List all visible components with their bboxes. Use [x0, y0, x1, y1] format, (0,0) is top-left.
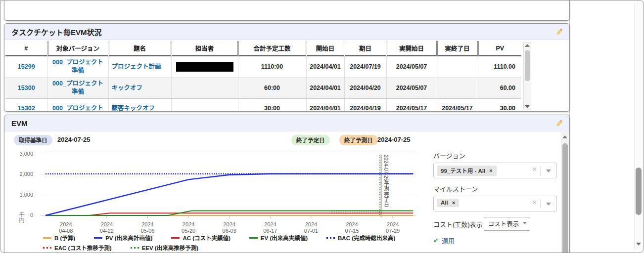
- apply-row: ✔ 適用: [433, 236, 557, 245]
- cost-display-value: コスト表示: [488, 221, 519, 228]
- legend-label: EEV (出来高推移予測): [142, 244, 198, 252]
- select-divider: [540, 199, 541, 208]
- baseline-date-value: 2024-07-25: [57, 136, 91, 143]
- previous-section-panel: [4, 0, 570, 21]
- milestone-multiselect[interactable]: All × ×: [433, 196, 557, 211]
- version-link[interactable]: 000_プロジェクト準備: [52, 59, 103, 74]
- legend-item: EEV (出来高推移予測): [131, 244, 198, 252]
- col-id: #: [5, 41, 47, 56]
- x-tick-label: 2024 07-01: [296, 221, 326, 234]
- redacted-assignee: [176, 62, 233, 72]
- start-date-cell: 2024/04/01: [306, 56, 344, 78]
- remove-tag-icon[interactable]: ×: [452, 200, 456, 206]
- chevron-down-icon: [523, 222, 527, 224]
- actual-end-cell: 2024/05/17: [437, 98, 478, 112]
- edit-pencil-icon[interactable]: [555, 119, 563, 127]
- milestone-tag-chip: All ×: [437, 199, 459, 207]
- legend-swatch: [43, 247, 51, 249]
- y-tick-label: 2,000: [9, 171, 33, 177]
- col-planned-hours: 合計予定工数: [238, 41, 306, 56]
- subject-link[interactable]: キックオフ: [112, 84, 143, 91]
- col-start-date: 開始日: [306, 41, 344, 56]
- actual-start-cell: 2024/05/17: [386, 98, 437, 112]
- scrollbar-thumb[interactable]: [562, 143, 568, 253]
- ticket-id-link[interactable]: 15299: [18, 63, 35, 70]
- chart-legend: B (予算)PV (出来高計画値)AC (コスト実績値)EV (出来高実績値)B…: [43, 234, 434, 253]
- x-tick-label: 2024 07-29: [378, 221, 408, 234]
- legend-item: B (予算): [43, 234, 75, 242]
- browser-scrollbar[interactable]: [634, 3, 643, 250]
- y-tick-label: 0: [9, 212, 33, 218]
- x-tick-label: 2024 05-20: [174, 221, 203, 234]
- actual-end-cell: [437, 78, 478, 98]
- planned-hours-cell: 60:00: [238, 78, 306, 98]
- cost-display-label: コスト(工数)表示: [433, 219, 483, 229]
- ticket-id-link[interactable]: 15300: [18, 84, 35, 91]
- edit-pencil-icon[interactable]: [555, 28, 563, 36]
- legend-item: EV (出来高実績値): [249, 234, 308, 242]
- version-multiselect[interactable]: 99_テスト用 - All × ×: [433, 163, 557, 178]
- evm-panel: EVM 取得基準日 2024-07-25 終了予定日 終了予測日 2024-07…: [4, 115, 570, 253]
- x-tick-label: 2024 07-15: [337, 221, 367, 234]
- legend-item: AC (コスト実績値): [171, 234, 230, 242]
- table-row: 15302 000_プロジェクト 顧客キックオフ 30:00 2024/04/0…: [5, 98, 521, 112]
- x-tick-label: 2024 06-03: [215, 221, 244, 234]
- remove-tag-icon[interactable]: ×: [489, 168, 493, 173]
- col-pv: PV: [478, 41, 521, 56]
- version-filter-label: バージョン: [433, 151, 557, 160]
- pv-cell: 1110.00: [478, 56, 521, 78]
- pv-cell: 60.00: [478, 78, 521, 98]
- check-icon: ✔: [433, 237, 439, 244]
- cost-display-row: コスト(工数)表示 コスト表示: [433, 217, 557, 231]
- planned-end-badge: 終了予定日: [291, 135, 330, 145]
- ticket-id-link[interactable]: 15302: [18, 105, 35, 112]
- planned-hours-cell: 30:00: [238, 98, 306, 112]
- due-date-cell: 2024/04/19: [344, 98, 386, 112]
- scroll-up-icon[interactable]: [562, 135, 567, 138]
- ticket-panel-title: タスクチケット毎EVM状況: [11, 27, 102, 37]
- clear-select-icon[interactable]: ×: [532, 198, 537, 207]
- col-due-date: 期日: [344, 41, 386, 56]
- table-scrollbar[interactable]: [523, 42, 531, 110]
- chevron-down-icon[interactable]: [546, 169, 551, 172]
- milestone-filter-label: マイルストーン: [433, 184, 557, 193]
- legend-swatch: [43, 237, 51, 239]
- ticket-panel-header: タスクチケット毎EVM状況: [4, 24, 569, 40]
- select-divider: [540, 166, 541, 175]
- planned-hours-cell: 1110:00: [238, 56, 306, 78]
- col-actual-end: 実終了日: [437, 41, 478, 56]
- legend-swatch: [131, 247, 139, 249]
- y-tick-label: 1,000: [9, 192, 33, 198]
- col-subject: 題名: [108, 41, 171, 56]
- subject-link[interactable]: プロジェクト計画: [112, 63, 161, 70]
- subject-link[interactable]: 顧客キックオフ: [112, 105, 155, 112]
- scrollbar-thumb[interactable]: [636, 168, 642, 215]
- clear-select-icon[interactable]: ×: [532, 165, 537, 174]
- evm-panel-scrollbar[interactable]: [561, 132, 569, 253]
- legend-swatch: [249, 237, 258, 239]
- legend-item: EAC (コスト推移予測): [43, 244, 112, 252]
- version-link[interactable]: 000_プロジェクト準備: [52, 80, 103, 95]
- milestone-tag-text: All: [441, 200, 448, 206]
- cost-display-select[interactable]: コスト表示: [484, 217, 531, 231]
- forecast-completion-annotation: 2024-07-25予測完了日: [383, 155, 390, 207]
- apply-link[interactable]: 適用: [442, 236, 455, 245]
- legend-row: B (予算)PV (出来高計画値)AC (コスト実績値)EV (出来高実績値)B…: [43, 234, 434, 242]
- assignee-cell: [171, 98, 238, 112]
- chart-canvas: [38, 154, 423, 221]
- scroll-down-icon[interactable]: [525, 105, 530, 108]
- scroll-down-icon[interactable]: [636, 243, 641, 246]
- legend-label: B (予算): [54, 234, 75, 242]
- evm-filter-panel: バージョン 99_テスト用 - All × × マイルストーン All × × …: [433, 151, 557, 245]
- legend-label: EV (出来高実績値): [261, 234, 308, 242]
- legend-label: EAC (コスト推移予測): [54, 244, 112, 252]
- scroll-up-icon[interactable]: [525, 44, 530, 47]
- version-link[interactable]: 000_プロジェクト: [52, 105, 103, 112]
- version-tag-text: 99_テスト用 - All: [441, 167, 485, 174]
- assignee-cell: [171, 78, 238, 98]
- evm-badge-row: 取得基準日 2024-07-25 終了予定日 終了予測日 2024-07-25: [4, 131, 561, 149]
- scrollbar-thumb[interactable]: [525, 50, 530, 81]
- chevron-down-icon[interactable]: [546, 203, 551, 206]
- series-line: [46, 174, 413, 215]
- evm-panel-title: EVM: [11, 119, 28, 127]
